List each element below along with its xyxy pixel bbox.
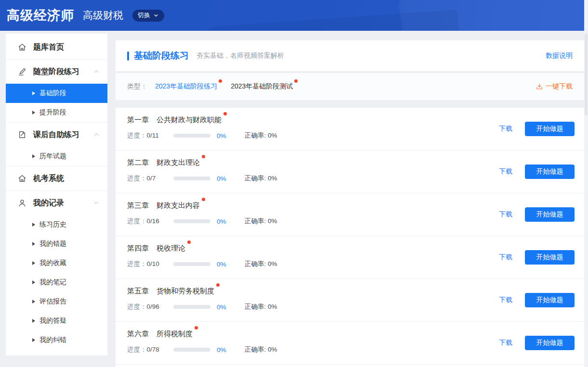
sidebar-item[interactable]: 机考系统 — [6, 166, 107, 190]
progress-label: 进度： — [127, 346, 147, 353]
progress-value: 0/78 — [147, 346, 159, 353]
page-header-card: 基础阶段练习 夯实基础，名师视频答案解析 数据说明 — [116, 40, 584, 71]
start-quiz-button[interactable]: 开始做题 — [525, 250, 575, 265]
sidebar-subitem-label: 我的答疑 — [39, 316, 66, 325]
chapter-row: 第四章 税收理论 进度：0/10 0% 正确率: 0% 下载 开始做题 — [116, 236, 584, 279]
scrollbar-thumb[interactable] — [585, 34, 588, 115]
progress-value: 0/7 — [147, 175, 156, 182]
sidebar-item[interactable]: 课后自助练习 — [6, 123, 107, 147]
download-all-link[interactable]: 一键下载 — [536, 82, 573, 91]
sidebar-subitem[interactable]: 练习历史 — [6, 215, 107, 234]
sidebar-subitem-label: 我的收藏 — [39, 259, 66, 267]
red-dot-badge — [195, 326, 198, 329]
sidebar-subitem[interactable]: 我的纠错 — [6, 330, 107, 350]
pencil-icon — [17, 67, 27, 76]
progress-bar — [173, 348, 210, 352]
sidebar-item-label: 我的记录 — [33, 198, 93, 208]
chapter-number: 第三章 — [127, 201, 149, 210]
caret-right-icon — [32, 319, 35, 323]
download-link[interactable]: 下载 — [499, 167, 512, 176]
sidebar-item-label: 题库首页 — [33, 42, 100, 52]
sidebar-subitem[interactable]: 基础阶段 — [6, 84, 107, 103]
page-subtitle: 夯实基础，名师视频答案解析 — [196, 51, 284, 60]
start-quiz-button[interactable]: 开始做题 — [525, 122, 575, 136]
sidebar-subitem-label: 我的错题 — [39, 240, 66, 248]
chevron-up-icon[interactable] — [93, 200, 100, 206]
progress-bar — [173, 177, 210, 180]
top-header: 高级经济师 高级财税 切换 — [0, 0, 584, 31]
sidebar-subitem[interactable]: 历年试题 — [6, 147, 107, 166]
sidebar-subitem-label: 提升阶段 — [39, 108, 66, 117]
sidebar-subitem[interactable]: 我的错题 — [6, 234, 107, 253]
data-note-link[interactable]: 数据说明 — [546, 51, 573, 60]
caret-right-icon — [32, 111, 35, 114]
red-dot-badge — [202, 198, 205, 201]
chapter-number: 第六章 — [127, 329, 149, 339]
caret-right-icon — [32, 300, 35, 304]
filter-card: 类型： 2023年基础阶段练习 2023年基础阶段测试 一键下载 — [116, 73, 584, 100]
switch-label: 切换 — [138, 11, 150, 20]
chapter-row: 第三章 财政支出内容 进度：0/16 0% 正确率: 0% 下载 开始做题 — [116, 193, 584, 236]
accuracy-value: 0% — [268, 303, 277, 310]
sidebar-subitem[interactable]: 提升阶段 — [6, 103, 107, 122]
accuracy-label: 正确率: — [245, 217, 266, 225]
progress-percent: 0% — [217, 304, 233, 311]
caret-right-icon — [32, 338, 35, 342]
progress-label: 进度： — [127, 260, 147, 267]
start-quiz-button[interactable]: 开始做题 — [525, 165, 575, 179]
progress-percent: 0% — [217, 132, 233, 139]
progress-bar — [173, 305, 210, 309]
filter-tab-label: 2023年基础阶段测试 — [231, 82, 293, 90]
chapter-number: 第二章 — [127, 158, 149, 167]
sidebar-item[interactable]: 我的记录 — [6, 191, 107, 215]
progress-label: 进度： — [127, 175, 147, 182]
download-link[interactable]: 下载 — [499, 296, 512, 304]
page-scrollbar[interactable] — [584, 0, 588, 367]
chapter-row: 第一章 公共财政与财政职能 进度：0/11 0% 正确率: 0% 下载 开始做题 — [116, 108, 584, 151]
accuracy-label: 正确率: — [245, 303, 266, 310]
progress-percent: 0% — [217, 261, 233, 268]
filter-tab[interactable]: 2023年基础阶段练习 — [155, 82, 217, 91]
download-link[interactable]: 下载 — [499, 210, 512, 219]
progress-label: 进度： — [127, 217, 147, 225]
chapter-title: 财政支出理论 — [157, 158, 200, 167]
sidebar-subitem[interactable]: 评估报告 — [6, 292, 107, 311]
progress-value: 0/10 — [147, 260, 159, 267]
page-title: 基础阶段练习 — [134, 50, 189, 62]
sidebar-item[interactable]: 题库首页 — [6, 35, 107, 59]
brand-title: 高级经济师 — [7, 7, 74, 24]
chapter-title: 货物和劳务税制度 — [157, 287, 214, 296]
download-link[interactable]: 下载 — [499, 339, 512, 347]
sidebar-subitem[interactable]: 我的收藏 — [6, 253, 107, 273]
switch-subject-button[interactable]: 切换 — [132, 10, 164, 22]
start-quiz-button[interactable]: 开始做题 — [525, 293, 575, 307]
filter-tabs: 2023年基础阶段练习 2023年基础阶段测试 — [147, 82, 293, 91]
sidebar-subitem-label: 练习历史 — [39, 220, 66, 229]
sidebar-item-label: 课后自助练习 — [33, 130, 93, 140]
accuracy-label: 正确率: — [245, 260, 266, 267]
progress-percent: 0% — [217, 346, 233, 354]
accuracy-value: 0% — [268, 260, 277, 267]
chapter-row: 第二章 财政支出理论 进度：0/7 0% 正确率: 0% 下载 开始做题 — [116, 151, 584, 193]
accuracy-value: 0% — [268, 132, 277, 139]
title-accent-bar — [127, 51, 129, 61]
red-dot-badge — [294, 79, 298, 83]
sidebar-subitem[interactable]: 我的答疑 — [6, 311, 107, 330]
progress-value: 0/11 — [147, 132, 159, 139]
home-icon — [17, 174, 27, 183]
start-quiz-button[interactable]: 开始做题 — [525, 336, 575, 350]
accuracy-label: 正确率: — [245, 132, 266, 139]
start-quiz-button[interactable]: 开始做题 — [525, 207, 575, 222]
sidebar-item[interactable]: 随堂阶段练习 — [6, 60, 107, 84]
chevron-up-icon[interactable] — [93, 68, 100, 75]
sidebar-subitem-label: 评估报告 — [39, 297, 66, 306]
chevron-up-icon[interactable] — [93, 131, 100, 138]
chapter-title: 财政支出内容 — [157, 201, 200, 210]
download-link[interactable]: 下载 — [499, 253, 512, 262]
sidebar-item-label: 机考系统 — [33, 174, 100, 184]
progress-bar — [173, 219, 210, 223]
filter-tab[interactable]: 2023年基础阶段测试 — [231, 82, 293, 91]
accuracy-value: 0% — [268, 346, 277, 353]
sidebar-subitem[interactable]: 我的笔记 — [6, 273, 107, 292]
download-link[interactable]: 下载 — [499, 125, 512, 133]
